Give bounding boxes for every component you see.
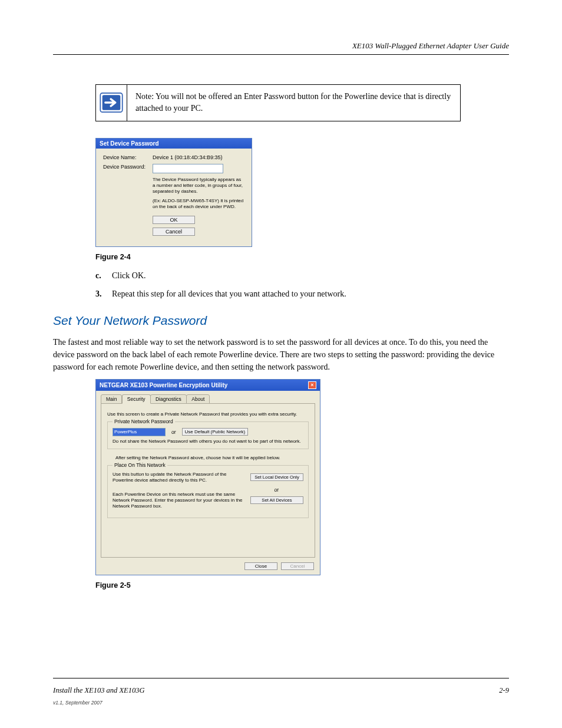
set-local-device-only-button[interactable]: Set Local Device Only [250,473,303,481]
ok-button[interactable]: OK [153,216,195,224]
section-paragraph: The fastest and most reliable way to set… [53,336,509,373]
pon-text-2: Each Powerline Device on this network mu… [113,492,250,509]
figure-2-4-caption: Figure 2-4 [95,253,509,261]
step-c-marker: c. [95,269,112,282]
figure-set-device-password: Set Device Password Device Name: Device … [95,138,509,247]
device-password-input[interactable] [153,164,223,173]
tab-security[interactable]: Security [122,394,151,404]
tab-about[interactable]: About [186,394,210,404]
cancel-button[interactable]: Cancel [153,228,195,236]
label-device-name: Device Name: [103,154,153,160]
dialog-large-title: NETGEAR XE103 Powerline Encryption Utili… [100,382,227,388]
note-arrow-icon [96,85,127,121]
dialog-title: Set Device Password [96,139,252,149]
footer-right: 2-9 [499,686,509,695]
figure-encryption-utility: NETGEAR XE103 Powerline Encryption Utili… [95,379,509,575]
step-3-text: Repeat this step for all devices that yo… [112,288,509,301]
dialog-encryption-utility: NETGEAR XE103 Powerline Encryption Utili… [95,379,320,575]
section-heading: Set Your Network Password [53,314,509,328]
page-footer: Install the XE103 and XE103G 2-9 [53,686,509,695]
tab-body: Use this screen to create a Private Netw… [101,403,315,558]
step-c-text: Click OK. [112,269,509,282]
footer-rule [53,678,509,678]
or-text: or [171,429,176,435]
legend-pnp: Private Network Password [113,419,175,424]
step-3: 3. Repeat this step for all devices that… [95,288,509,301]
share-warning: Do not share the Network Password with o… [113,439,303,444]
note-box: Note: You will not be offered an Enter P… [95,84,461,121]
footer-left: Install the XE103 and XE103G [53,686,145,695]
cancel-button-large: Cancel [281,562,314,570]
close-icon[interactable]: × [308,381,316,389]
tabs: Main Security Diagnostics About [96,391,320,404]
tab-main[interactable]: Main [101,394,122,404]
fieldset-private-network-password: Private Network Password PowerPlus or Us… [107,421,309,449]
value-device-name: Device 1 (00:18:4D:34:B9:35) [153,154,244,160]
intro-line: Use this screen to create a Private Netw… [107,411,309,417]
set-all-devices-button[interactable]: Set All Devices [250,496,303,504]
pon-text-1: Use this button to update the Network Pa… [113,472,250,483]
header-rule [53,54,509,55]
device-password-help1: The Device Password typically appears as… [153,177,244,195]
after-set-line: After setting the Network Password above… [115,455,309,460]
step-c: c. Click OK. [95,269,509,282]
tab-diagnostics[interactable]: Diagnostics [150,394,187,404]
page-header-product: XE103 Wall-Plugged Ethernet Adapter User… [53,41,509,51]
note-text: Note: You will not be offered an Enter P… [127,85,460,121]
close-button[interactable]: Close [244,562,277,570]
dialog-set-device-password: Set Device Password Device Name: Device … [95,138,252,247]
use-default-button[interactable]: Use Default (Public Network) [182,428,249,436]
device-password-help2: (Ex: ALDO-SESP-MW65-T4SY) It is printed … [153,198,244,210]
footer-version: v1.1, September 2007 [53,700,103,706]
label-device-password: Device Password: [103,164,153,173]
fieldset-place-on-network: Place On This Network Use this button to… [107,465,309,518]
figure-2-5-caption: Figure 2-5 [95,581,509,589]
step-3-marker: 3. [95,288,112,301]
legend-pon: Place On This Network [113,462,167,468]
private-network-password-input[interactable]: PowerPlus [113,428,166,436]
